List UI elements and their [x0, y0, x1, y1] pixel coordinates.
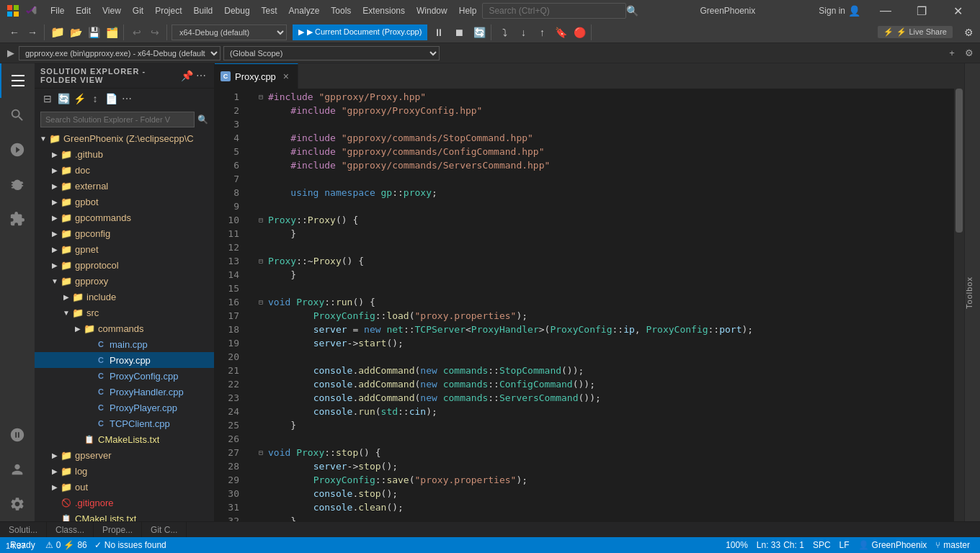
status-ln-col[interactable]: Ln: 33 Ch: 1 — [752, 537, 808, 553]
bottom-tab-class[interactable]: Class... — [47, 522, 94, 538]
code-line-31[interactable]: console.clean(); — [251, 500, 954, 514]
menu-debug[interactable]: Debug — [218, 3, 255, 19]
code-line-4[interactable]: #include "gpproxy/commands/StopCommand.h… — [251, 131, 954, 145]
code-line-10[interactable]: ⊟Proxy::Proxy() { — [251, 213, 954, 227]
code-line-23[interactable]: console.addCommand(new commands::Servers… — [251, 391, 954, 405]
activity-git[interactable] — [0, 132, 35, 167]
tree-item-cmakelists-root[interactable]: ▶ 📋 CMakeLists.txt — [35, 511, 214, 521]
menu-tools[interactable]: Tools — [325, 3, 357, 19]
step-over-button[interactable]: ⤵ — [496, 24, 513, 40]
tree-item-out[interactable]: ▶ 📁 out — [35, 479, 214, 495]
tree-item-main-cpp[interactable]: ▶ C main.cpp — [35, 336, 214, 352]
code-line-19[interactable]: server->start(); — [251, 336, 954, 350]
bottom-tab-properties[interactable]: Prope... — [94, 522, 142, 538]
tree-item-doc[interactable]: ▶ 📁 doc — [35, 162, 214, 178]
add-icon[interactable]: + — [944, 45, 960, 61]
config-dropdown[interactable]: x64-Debug (default) — [172, 24, 287, 40]
code-line-6[interactable]: #include "gpproxy/commands/ServersComman… — [251, 158, 954, 172]
sidebar-menu-button[interactable]: ⋯ — [194, 68, 208, 83]
menu-window[interactable]: Window — [411, 3, 453, 19]
search-icon[interactable]: 🔍 — [628, 3, 636, 19]
code-line-27[interactable]: ⊟void Proxy::stop() { — [251, 446, 954, 459]
tree-item-gitignore[interactable]: ▶ 🚫 .gitignore — [35, 495, 214, 511]
fold-button-16[interactable]: ⊟ — [257, 298, 265, 307]
status-encoding[interactable]: SPC — [808, 537, 835, 553]
tree-item-gpnet[interactable]: ▶ 📁 gpnet — [35, 241, 214, 257]
code-line-20[interactable] — [251, 350, 954, 364]
code-line-28[interactable]: server->stop(); — [251, 459, 954, 473]
tree-item-proxyplayer-cpp[interactable]: ▶ C ProxyPlayer.cpp — [35, 400, 214, 415]
activity-settings[interactable] — [0, 487, 35, 521]
tab-proxy-cpp[interactable]: C Proxy.cpp × — [215, 63, 298, 89]
code-line-14[interactable]: } — [251, 268, 954, 282]
global-search-input[interactable] — [482, 3, 626, 19]
code-line-3[interactable] — [251, 117, 954, 131]
code-line-17[interactable]: ProxyConfig::load("proxy.properties"); — [251, 309, 954, 323]
editor-scrollbar[interactable] — [954, 89, 964, 521]
minimize-button[interactable]: — — [869, 0, 902, 22]
breakpoint-button[interactable]: 🔴 — [571, 24, 588, 40]
tree-root[interactable]: ▼ 📁 GreenPhoenix (Z:\eclipsecpp\C — [35, 130, 214, 146]
step-into-button[interactable]: ↓ — [514, 24, 532, 40]
step-out-button[interactable]: ↑ — [533, 24, 551, 40]
status-line-ending[interactable]: LF — [835, 537, 854, 553]
code-line-25[interactable]: } — [251, 418, 954, 432]
activity-account[interactable] — [0, 452, 35, 487]
code-line-24[interactable]: console.run(std::cin); — [251, 405, 954, 418]
tree-item-gpcommands[interactable]: ▶ 📁 gpcommands — [35, 210, 214, 225]
sidebar-filter-button[interactable]: ⚡ — [72, 91, 86, 106]
run-button[interactable]: ▶ ▶ Current Document (Proxy.cpp) — [293, 24, 427, 40]
activity-extensions[interactable] — [0, 202, 35, 236]
tab-proxy-cpp-close[interactable]: × — [280, 71, 292, 82]
menu-help[interactable]: Help — [453, 3, 483, 19]
code-line-29[interactable]: ProxyConfig::save("proxy.properties"); — [251, 473, 954, 487]
fold-button-13[interactable]: ⊟ — [257, 257, 265, 266]
code-line-22[interactable]: console.addCommand(new commands::ConfigC… — [251, 377, 954, 391]
code-line-12[interactable] — [251, 240, 954, 254]
code-line-7[interactable] — [251, 172, 954, 186]
save-all-button[interactable]: 🗂️ — [103, 24, 120, 40]
sidebar-new-button[interactable]: ⋯ — [120, 91, 134, 106]
close-button[interactable]: ✕ — [941, 0, 974, 22]
back-button[interactable]: ← — [6, 24, 23, 40]
code-line-13[interactable]: ⊟Proxy::~Proxy() { — [251, 254, 954, 268]
menu-project[interactable]: Project — [149, 3, 187, 19]
scope-dropdown[interactable]: (Global Scope) — [223, 46, 440, 60]
forward-button[interactable]: → — [24, 24, 41, 40]
sidebar-refresh-button[interactable]: 🔄 — [56, 91, 71, 106]
fold-button-1[interactable]: ⊟ — [257, 93, 265, 102]
open-button[interactable]: 📂 — [67, 24, 84, 40]
bookmark-button[interactable]: 🔖 — [552, 24, 569, 40]
save-button[interactable]: 💾 — [85, 24, 102, 40]
toolbox-panel[interactable]: Toolbox — [964, 63, 980, 521]
bottom-tab-gitchanges[interactable]: Git C... — [142, 522, 187, 538]
fold-button-10[interactable]: ⊟ — [257, 216, 265, 225]
code-line-15[interactable] — [251, 282, 954, 295]
code-line-2[interactable]: #include "gpproxy/ProxyConfig.hpp" — [251, 104, 954, 117]
undo-button[interactable]: ↩ — [128, 24, 146, 40]
sidebar-collapse-all-button[interactable]: ⊟ — [40, 91, 55, 106]
code-line-16[interactable]: ⊟void Proxy::run() { — [251, 295, 954, 309]
menu-edit[interactable]: Edit — [70, 3, 97, 19]
tree-item-gpbot[interactable]: ▶ 📁 gpbot — [35, 194, 214, 210]
redo-button[interactable]: ↪ — [146, 24, 164, 40]
sidebar-files-button[interactable]: 📄 — [104, 91, 118, 106]
tree-item-proxyconfig-cpp[interactable]: ▶ C ProxyConfig.cpp — [35, 368, 214, 384]
code-line-18[interactable]: server = new net::TCPServer<ProxyHandler… — [251, 323, 954, 336]
menu-test[interactable]: Test — [256, 3, 283, 19]
activity-debug[interactable] — [0, 167, 35, 202]
menu-extensions[interactable]: Extensions — [357, 3, 411, 19]
process-dropdown[interactable]: gpproxy.exe (bin\gpproxy.exe) - x64-Debu… — [19, 46, 220, 60]
tree-item-gpprotocol[interactable]: ▶ 📁 gpprotocol — [35, 257, 214, 273]
activity-search[interactable] — [0, 98, 35, 132]
stop-button[interactable]: ⏹ — [450, 24, 468, 40]
new-project-button[interactable]: 📁 — [49, 24, 66, 40]
restart-button[interactable]: 🔄 — [471, 24, 488, 40]
menu-analyze[interactable]: Analyze — [283, 3, 326, 19]
activity-remote[interactable] — [0, 418, 35, 452]
code-line-26[interactable] — [251, 432, 954, 446]
tree-item-github[interactable]: ▶ 📁 .github — [35, 146, 214, 162]
sign-in-area[interactable]: Sign in 👤 — [819, 5, 860, 17]
tree-item-gpconfig[interactable]: ▶ 📁 gpconfig — [35, 225, 214, 241]
sidebar-sync-button[interactable]: ↕ — [88, 91, 102, 106]
